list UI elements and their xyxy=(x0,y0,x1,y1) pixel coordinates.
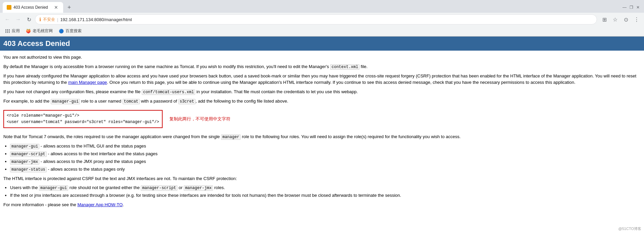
csrf-script-code: manager-script xyxy=(141,185,177,191)
bookmark-laomao-label: 老毛桃官网 xyxy=(33,28,53,34)
context-xml-code: context.xml xyxy=(330,64,359,70)
csrf-bullet-2: If the text or jmx interfaces are access… xyxy=(10,192,641,199)
main-manager-link[interactable]: main Manager page xyxy=(68,80,107,85)
tomcat-users-xml-code: conf/tomcat-users.xml xyxy=(142,90,195,95)
copy-note: 复制此两行，不可使用中文字符 xyxy=(169,116,230,122)
manager-role-code: manager xyxy=(221,134,241,140)
bookmark-baidu[interactable]: 🔵 百度搜索 xyxy=(56,27,84,35)
para-more-info: For more information - please see the Ma… xyxy=(3,201,641,208)
config-code-block: <role rolename="manager-gui"/> <user use… xyxy=(3,110,163,128)
bookmarks-bar: 应用 🍑 老毛桃官网 🔵 百度搜索 xyxy=(0,26,644,36)
translate-icon[interactable]: ⊞ xyxy=(600,15,609,24)
role-code-manager-status: manager-status xyxy=(10,167,47,172)
howto-link[interactable]: Manager App HOW-TO xyxy=(77,202,123,207)
apps-icon xyxy=(5,29,10,34)
page-body: You are not authorized to view this page… xyxy=(0,51,644,214)
role-code-manager-script: manager-script xyxy=(10,152,47,157)
account-icon[interactable]: ⊙ xyxy=(621,15,631,24)
para-default-access: By default the Manager is only accessibl… xyxy=(3,63,641,70)
tab-close-button[interactable]: ✕ xyxy=(53,4,59,10)
restore-button[interactable]: ❐ xyxy=(629,5,633,9)
role-code-manager-jmx: manager-jmx xyxy=(10,159,39,165)
page-header: 403 Access Denied xyxy=(0,37,644,51)
forward-button[interactable]: → xyxy=(13,15,23,24)
code-line-1: <role rolename="manager-gui"/> xyxy=(7,113,159,119)
url-bar[interactable]: ℹ 不安全 | 192.168.171.134:8080/manager/htm… xyxy=(35,14,597,24)
s3cret-code: s3cret xyxy=(178,99,196,104)
bookmark-baidu-label: 百度搜索 xyxy=(66,28,82,34)
code-block-container: <role rolename="manager-gui"/> <user use… xyxy=(3,107,641,131)
role-manager-script: manager-script - allows access to the te… xyxy=(10,151,641,157)
url-text: 192.168.171.134:8080/manager/html xyxy=(60,17,132,22)
tab-title: 403 Access Denied xyxy=(13,5,51,10)
roles-list: manager-gui - allows access to the HTML … xyxy=(10,143,641,173)
toolbar-icons: ⊞ ☆ ⊙ ⋮ xyxy=(600,15,641,24)
para-csrf-protection: The HTML interface is protected against … xyxy=(3,175,641,182)
address-bar: ← → ↻ ℹ 不安全 | 192.168.171.134:8080/manag… xyxy=(0,13,644,26)
manager-gui-code1: manager-gui xyxy=(51,99,80,104)
csrf-jmx-code: manager-jmx xyxy=(184,185,213,191)
role-manager-status: manager-status - allows access to the st… xyxy=(10,166,641,173)
security-icon: ℹ xyxy=(39,17,41,22)
para-config-files: If you have not changed any configuratio… xyxy=(3,89,641,95)
bookmark-apps[interactable]: 应用 xyxy=(3,27,23,35)
insecure-label: 不安全 xyxy=(43,17,55,22)
page-content: 403 Access Denied You are not authorized… xyxy=(0,37,644,214)
back-button[interactable]: ← xyxy=(3,15,12,24)
browser-chrome: 🔶 403 Access Denied ✕ + — ❐ ✕ ← → ↻ ℹ 不安… xyxy=(0,0,644,37)
menu-icon[interactable]: ⋮ xyxy=(632,15,641,24)
new-tab-button[interactable]: + xyxy=(65,3,74,12)
bookmark-star-icon[interactable]: ☆ xyxy=(610,15,620,24)
role-code-manager-gui: manager-gui xyxy=(10,144,39,149)
bookmark-laomao[interactable]: 🍑 老毛桃官网 xyxy=(23,27,55,35)
csrf-bullet-1: Users with the manager-gui role should n… xyxy=(10,184,641,191)
minimize-button[interactable]: — xyxy=(622,5,627,9)
url-separator: | xyxy=(57,17,58,22)
bookmark-laomao-icon: 🍑 xyxy=(26,29,31,34)
para-example: For example, to add the manager-gui role… xyxy=(3,98,641,105)
refresh-button[interactable]: ↻ xyxy=(24,15,34,24)
para-tomcat7-roles: Note that for Tomcat 7 onwards, the role… xyxy=(3,133,641,140)
window-controls: — ❐ ✕ xyxy=(622,5,641,9)
code-line-2: <user username="tomcat" password="s3cret… xyxy=(7,119,159,125)
para-csrf: If you have already configured the Manag… xyxy=(3,73,641,86)
page-title: 403 Access Denied xyxy=(3,39,641,48)
csrf-list: Users with the manager-gui role should n… xyxy=(10,184,641,199)
para-not-authorized: You are not authorized to view this page… xyxy=(3,54,641,61)
role-manager-gui: manager-gui - allows access to the HTML … xyxy=(10,143,641,150)
tab-bar: 🔶 403 Access Denied ✕ + — ❐ ✕ xyxy=(0,0,644,13)
bookmark-baidu-icon: 🔵 xyxy=(59,29,64,34)
role-manager-jmx: manager-jmx - allows access to the JMX p… xyxy=(10,158,641,165)
tab-favicon: 🔶 xyxy=(7,5,11,10)
close-button[interactable]: ✕ xyxy=(636,5,640,9)
tomcat-code: tomcat xyxy=(123,99,140,104)
bookmark-apps-label: 应用 xyxy=(12,28,20,34)
active-tab[interactable]: 🔶 403 Access Denied ✕ xyxy=(3,2,63,13)
csrf-gui-code: manager-gui xyxy=(39,185,68,191)
